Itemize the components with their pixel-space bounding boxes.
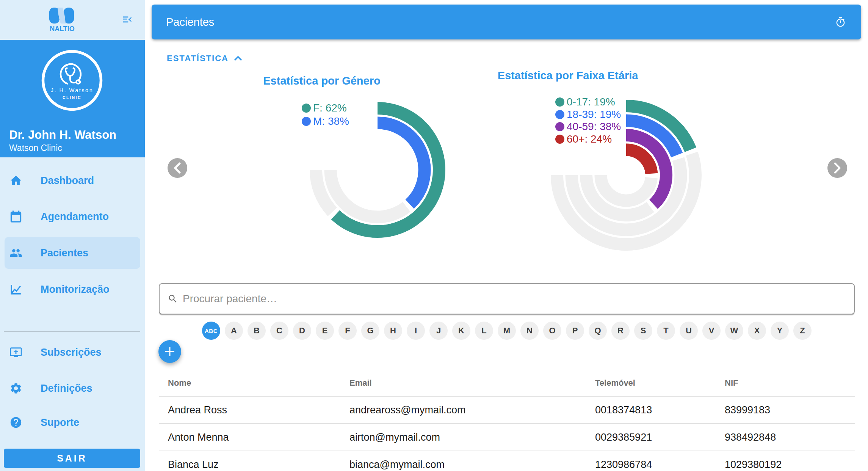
plus-icon (164, 345, 176, 358)
column-header: Nome (168, 378, 349, 388)
logo-strip: NALTIO (0, 0, 145, 40)
table-cell: 1230986784 (595, 459, 725, 471)
nav-divider (4, 331, 140, 332)
ring-track (601, 175, 652, 201)
sidebar: NALTIO J. H. Watson CLINIC Dr. John H. W… (0, 0, 145, 471)
statistics-section-label: ESTATÍSTICA (167, 53, 229, 63)
column-header: Telemóvel (595, 378, 725, 388)
table-cell: Anton Menna (168, 432, 349, 443)
letter-filter-z[interactable]: Z (793, 322, 812, 340)
calendar-icon (9, 210, 22, 223)
letter-filter-n[interactable]: N (520, 322, 539, 340)
table-cell: 0029385921 (595, 432, 725, 443)
letter-filter-k[interactable]: K (452, 322, 470, 340)
table-cell: 83999183 (725, 404, 855, 416)
ring-value-arc (378, 123, 425, 204)
sidebar-item-label: Pacientes (41, 247, 88, 259)
letter-filter-c[interactable]: C (270, 322, 288, 340)
brand-name: NALTIO (0, 25, 124, 33)
help-icon (9, 416, 22, 429)
table-cell: 0018374813 (595, 404, 725, 416)
add-patient-button[interactable] (158, 340, 181, 363)
sidebar-item-label: Definições (41, 383, 92, 394)
column-header: Email (349, 378, 595, 388)
table-cell: Bianca Luz (168, 459, 349, 471)
avatar-clinic-label: CLINIC (63, 95, 81, 100)
table-row[interactable]: Andrea Rossandreaross@mymail.com00183748… (159, 396, 855, 423)
letter-filter-u[interactable]: U (680, 322, 698, 340)
timer-icon[interactable] (835, 17, 846, 28)
table-header-row: NomeEmailTelemóvelNIF (159, 370, 855, 396)
alphabet-filter: ABCABCDEFGHIJKLMNOPQRSTUVWXYZ (202, 322, 816, 340)
sidebar-item-agendamento[interactable]: Agendamento (0, 201, 145, 232)
people-icon (9, 246, 22, 259)
table-cell: bianca@mymail.com (349, 459, 595, 471)
letter-filter-g[interactable]: G (361, 322, 379, 340)
gear-icon (9, 382, 22, 395)
table-cell: andreaross@mymail.com (349, 404, 595, 416)
letter-filter-q[interactable]: Q (589, 322, 607, 340)
search-input[interactable] (183, 293, 827, 305)
letter-filter-i[interactable]: I (407, 322, 425, 340)
table-cell: Andrea Ross (168, 404, 349, 416)
letter-filter-all[interactable]: ABC (202, 322, 220, 340)
sidebar-item-label: Agendamento (41, 211, 109, 223)
sidebar-item-pacientes[interactable]: Pacientes (5, 237, 140, 269)
letter-filter-m[interactable]: M (498, 322, 516, 340)
home-icon (9, 174, 22, 187)
logout-button[interactable]: SAIR (4, 449, 140, 468)
search-box (159, 283, 855, 314)
menu-collapse-icon[interactable] (122, 15, 133, 25)
letter-filter-t[interactable]: T (657, 322, 675, 340)
letter-filter-o[interactable]: O (543, 322, 561, 340)
ring-track (331, 170, 407, 217)
sidebar-item-label: Subscrições (41, 347, 102, 358)
chevron-right-icon (833, 162, 841, 174)
letter-filter-b[interactable]: B (248, 322, 266, 340)
letter-filter-w[interactable]: W (725, 322, 743, 340)
chart-title: Estatística por Género (246, 75, 398, 87)
avatar-clinic-name: J. H. Watson (51, 87, 93, 93)
letter-filter-y[interactable]: Y (771, 322, 789, 340)
table-cell: airton@mymail.com (349, 432, 595, 443)
table-cell: 1029380192 (725, 459, 855, 471)
sidebar-item-suporte[interactable]: Suporte (0, 407, 145, 438)
sidebar-item-label: Suporte (41, 417, 79, 429)
letter-filter-p[interactable]: P (566, 322, 584, 340)
letter-filter-j[interactable]: J (429, 322, 448, 340)
letter-filter-l[interactable]: L (475, 322, 493, 340)
user-subtitle: Watson Clinic (9, 143, 62, 153)
user-panel: J. H. Watson CLINIC Dr. John H. Watson W… (0, 40, 145, 157)
ring-value-arc (626, 150, 652, 174)
letter-filter-e[interactable]: E (316, 322, 334, 340)
letter-filter-d[interactable]: D (293, 322, 311, 340)
user-name: Dr. John H. Watson (9, 128, 116, 142)
letter-filter-h[interactable]: H (384, 322, 402, 340)
sidebar-item-monitorizacao[interactable]: Monitorização (0, 273, 145, 305)
sidebar-item-label: Dashboard (41, 175, 94, 187)
sidebar-item-definicoes[interactable]: Definições (0, 372, 145, 404)
letter-filter-a[interactable]: A (225, 322, 243, 340)
letter-filter-v[interactable]: V (702, 322, 721, 340)
carousel-next-button[interactable] (827, 158, 847, 178)
sidebar-item-dashboard[interactable]: Dashboard (0, 165, 145, 196)
table-cell: 938492848 (725, 432, 855, 443)
line-chart-icon (9, 283, 22, 296)
page-header: Pacientes (152, 5, 861, 39)
statistics-section-toggle[interactable]: ESTATÍSTICA (167, 53, 242, 63)
page-title: Pacientes (166, 5, 214, 39)
table-row[interactable]: Anton Mennaairton@mymail.com002938592193… (159, 423, 855, 451)
radial-chart-age (547, 96, 706, 255)
letter-filter-f[interactable]: F (338, 322, 357, 340)
chart-title: Estatística por Faixa Etária (492, 69, 644, 82)
patients-table: NomeEmailTelemóvelNIF Andrea Rossandrear… (159, 370, 855, 471)
clinic-avatar[interactable]: J. H. Watson CLINIC (41, 50, 103, 111)
letter-filter-s[interactable]: S (634, 322, 652, 340)
sidebar-item-subscricoes[interactable]: Subscrições (0, 336, 145, 368)
letter-filter-r[interactable]: R (611, 322, 630, 340)
carousel-prev-button[interactable] (168, 158, 187, 178)
search-icon (168, 294, 178, 304)
letter-filter-x[interactable]: X (748, 322, 766, 340)
table-row[interactable]: Bianca Luzbianca@mymail.com1230986784102… (159, 451, 855, 471)
chevron-up-icon (234, 56, 242, 61)
